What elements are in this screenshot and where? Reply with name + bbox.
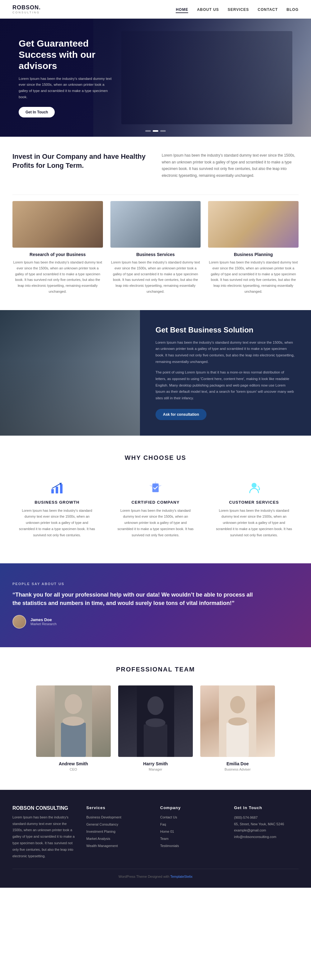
hero-body: Lorem Ipsum has been the industry's stan… xyxy=(19,76,112,100)
team-card-0: Andrew Smith CEO xyxy=(36,686,111,771)
solution-section: Get Best Business Solution Lorem Ipsum h… xyxy=(0,310,311,436)
footer-bottom: WordPress Theme Designed with TemplateSt… xyxy=(13,869,298,878)
solution-content: Get Best Business Solution Lorem Ipsum h… xyxy=(140,310,311,436)
footer-company-0: Contact Us xyxy=(160,815,225,819)
solution-heading: Get Best Business Solution xyxy=(155,326,295,334)
nav-blog[interactable]: BLOG xyxy=(286,8,298,12)
svg-point-9 xyxy=(62,716,84,726)
team-role-0: CEO xyxy=(36,767,111,771)
svg-rect-2 xyxy=(60,484,62,493)
why-card-1: CERTIFIED COMPANY Lorem Ipsum has been t… xyxy=(111,474,200,545)
svg-point-11 xyxy=(147,696,164,715)
team-role-1: Manager xyxy=(118,767,193,771)
team-card-1: Harry Smith Manager xyxy=(118,686,193,771)
why-body-0: Lorem Ipsum has been the industry's stan… xyxy=(19,508,96,538)
solution-body-1: Lorem Ipsum has been the industry's stan… xyxy=(155,339,295,365)
invest-heading-block: Invest in Our Company and have Healthy P… xyxy=(13,152,149,170)
footer-phone: (900)-574-9687 xyxy=(234,815,299,821)
hero-dot-1[interactable] xyxy=(145,130,151,132)
why-card-2: CUSTOMER SERVICES Lorem Ipsum has been t… xyxy=(209,474,298,545)
why-grid: BUSINESS GROWTH Lorem Ipsum has been the… xyxy=(13,474,298,545)
why-body-2: Lorem Ipsum has been the industry's stan… xyxy=(215,508,292,538)
svg-rect-16 xyxy=(226,723,249,757)
service-body-1: Lorem Ipsum has been the industry's stan… xyxy=(110,259,201,294)
service-card-2: Business Planning Lorem Ipsum has been t… xyxy=(208,201,298,294)
certified-company-icon xyxy=(148,480,163,496)
customer-services-icon xyxy=(246,480,262,496)
team-card-2: Emilia Doe Business Adviser xyxy=(200,686,275,771)
logo: ROBSON. CONSULTING xyxy=(13,4,41,14)
svg-point-7 xyxy=(65,694,82,714)
why-body-1: Lorem Ipsum has been the industry's stan… xyxy=(117,508,194,538)
footer-company-heading: Company xyxy=(160,805,225,810)
svg-point-13 xyxy=(145,718,166,727)
service-title-2: Business Planning xyxy=(208,252,298,257)
footer-service-1: General Consultancy xyxy=(86,821,151,827)
team-role-2: Business Adviser xyxy=(200,767,275,771)
svg-point-17 xyxy=(228,718,247,725)
footer-services-list: Business Development General Consultancy… xyxy=(86,815,151,848)
service-body-0: Lorem Ipsum has been the industry's stan… xyxy=(13,259,103,294)
business-growth-icon xyxy=(49,480,65,496)
hero-section: Get Guaranteed Success with our advisors… xyxy=(0,19,311,137)
hero-cta-button[interactable]: Get In Touch xyxy=(19,107,55,118)
footer-services-col: Services Business Development General Co… xyxy=(86,805,151,859)
why-title-2: CUSTOMER SERVICES xyxy=(215,500,292,504)
svg-point-15 xyxy=(230,696,245,713)
ask-consultation-button[interactable]: Ask for consultation xyxy=(155,409,206,420)
nav-contact[interactable]: CONTACT xyxy=(258,8,278,12)
navbar: ROBSON. CONSULTING HOME ABOUT US SERVICE… xyxy=(0,0,311,19)
footer-logo: ROBSON CONSULTING xyxy=(13,805,77,811)
footer-about-col: ROBSON CONSULTING Lorem Ipsum has been t… xyxy=(13,805,77,859)
service-card-1: Business Services Lorem Ipsum has been t… xyxy=(110,201,201,294)
footer-service-0: Business Development xyxy=(86,815,151,819)
why-section: WHY CHOOSE US BUSINESS GROWTH Lorem Ipsu… xyxy=(0,436,311,563)
solution-body-2: The point of using Lorem Ipsum is that i… xyxy=(155,369,295,401)
service-img-0 xyxy=(13,201,103,248)
hero-dot-3[interactable] xyxy=(160,130,166,132)
footer-company-3: Team xyxy=(160,836,225,841)
nav-services[interactable]: SERVICES xyxy=(228,8,249,12)
team-name-0: Andrew Smith xyxy=(36,761,111,766)
footer-contact-heading: Get In Touch xyxy=(234,805,299,810)
team-grid: Andrew Smith CEO Harry Smith Manager xyxy=(13,686,298,771)
service-img-1 xyxy=(110,201,201,248)
nav-about[interactable]: ABOUT US xyxy=(197,8,219,12)
invest-body: Lorem Ipsum has been the industry's stan… xyxy=(162,152,298,179)
invest-body-block: Lorem Ipsum has been the industry's stan… xyxy=(162,152,298,179)
why-title-1: CERTIFIED COMPANY xyxy=(117,500,194,504)
footer: ROBSON CONSULTING Lorem Ipsum has been t… xyxy=(0,790,311,888)
service-card-0: Research of your Business Lorem Ipsum ha… xyxy=(13,201,103,294)
invest-heading: Invest in Our Company and have Healthy P… xyxy=(13,152,149,170)
services-grid: Research of your Business Lorem Ipsum ha… xyxy=(13,201,298,294)
footer-about-text: Lorem Ipsum has been the industry's stan… xyxy=(13,814,77,859)
footer-services-heading: Services xyxy=(86,805,151,810)
footer-service-3: Market Analysis xyxy=(86,836,151,841)
testimonial-person: James Doe Market Research xyxy=(13,615,298,628)
hero-content: Get Guaranteed Success with our advisors… xyxy=(0,38,131,118)
footer-address: 65, Street, New Youk, MAC 5246 xyxy=(234,821,299,827)
hero-dot-2[interactable] xyxy=(153,130,158,132)
why-card-0: BUSINESS GROWTH Lorem Ipsum has been the… xyxy=(13,474,102,545)
hero-heading: Get Guaranteed Success with our advisors xyxy=(19,38,112,72)
nav-home[interactable]: HOME xyxy=(176,8,188,13)
footer-company-4: Testimonials xyxy=(160,843,225,848)
footer-service-2: Investment Planing xyxy=(86,829,151,834)
testimonial-label: PEOPLE SAY ABOUT US xyxy=(13,582,298,586)
footer-company-2: Home 01 xyxy=(160,829,225,834)
team-section: PROFESSIONAL TEAM Andrew Smith CEO xyxy=(0,647,311,790)
team-heading: PROFESSIONAL TEAM xyxy=(13,666,298,673)
footer-email2: info@robsonconsulting.com xyxy=(234,834,299,840)
why-title-0: BUSINESS GROWTH xyxy=(19,500,96,504)
footer-company-1: Faq xyxy=(160,821,225,827)
testimonial-role: Market Research xyxy=(30,622,57,626)
footer-email1: example@gmail.com xyxy=(234,827,299,834)
footer-contact-col: Get In Touch (900)-574-9687 65, Street, … xyxy=(234,805,299,859)
footer-company-list: Contact Us Faq Home 01 Team Testimonials xyxy=(160,815,225,848)
invest-section: Invest in Our Company and have Healthy P… xyxy=(0,137,311,194)
testimonial-avatar xyxy=(13,615,26,628)
svg-rect-0 xyxy=(51,489,54,493)
service-title-1: Business Services xyxy=(110,252,201,257)
footer-service-4: Wealth Management xyxy=(86,843,151,848)
why-heading: WHY CHOOSE US xyxy=(13,454,298,461)
